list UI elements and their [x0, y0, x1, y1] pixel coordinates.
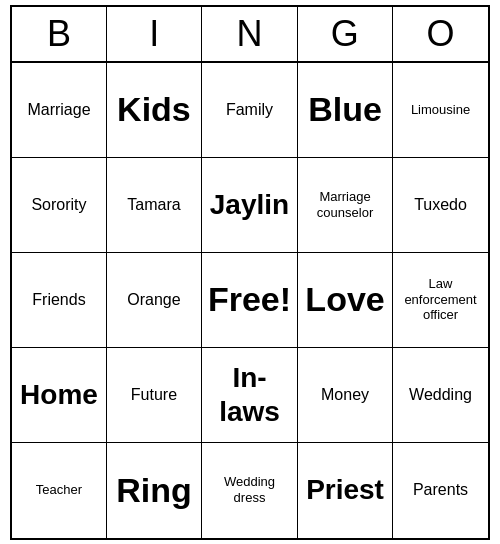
bingo-cell: Marriage counselor	[298, 158, 393, 253]
cell-text: Home	[20, 378, 98, 412]
header-letter: N	[202, 7, 297, 61]
header-letter: O	[393, 7, 488, 61]
cell-text: Marriage counselor	[304, 189, 386, 220]
bingo-cell: Money	[298, 348, 393, 443]
cell-text: Wedding dress	[208, 474, 291, 505]
cell-text: Money	[321, 385, 369, 404]
bingo-cell: Jaylin	[202, 158, 298, 253]
bingo-cell: Friends	[12, 253, 107, 348]
cell-text: Limousine	[411, 102, 470, 118]
cell-text: Marriage	[27, 100, 90, 119]
bingo-cell: Limousine	[393, 63, 488, 158]
cell-text: Priest	[306, 473, 384, 507]
bingo-cell: Blue	[298, 63, 393, 158]
bingo-cell: Law enforcement officer	[393, 253, 488, 348]
cell-text: Kids	[117, 89, 191, 130]
bingo-cell: Future	[107, 348, 202, 443]
cell-text: Future	[131, 385, 177, 404]
bingo-cell: Ring	[107, 443, 202, 538]
cell-text: Tamara	[127, 195, 180, 214]
header-letter: B	[12, 7, 107, 61]
header-letter: G	[298, 7, 393, 61]
cell-text: Wedding	[409, 385, 472, 404]
bingo-cell: Tamara	[107, 158, 202, 253]
bingo-cell: Parents	[393, 443, 488, 538]
bingo-cell: Free!	[202, 253, 298, 348]
cell-text: Family	[226, 100, 273, 119]
cell-text: Free!	[208, 279, 291, 320]
cell-text: Parents	[413, 480, 468, 499]
bingo-cell: Wedding dress	[202, 443, 298, 538]
cell-text: Love	[305, 279, 384, 320]
bingo-cell: Kids	[107, 63, 202, 158]
header-letter: I	[107, 7, 202, 61]
cell-text: Blue	[308, 89, 382, 130]
bingo-card: BINGO MarriageKidsFamilyBlueLimousineSor…	[10, 5, 490, 540]
cell-text: Teacher	[36, 482, 82, 498]
cell-text: In-laws	[208, 361, 291, 428]
bingo-cell: Tuxedo	[393, 158, 488, 253]
cell-text: Friends	[32, 290, 85, 309]
cell-text: Orange	[127, 290, 180, 309]
bingo-cell: In-laws	[202, 348, 298, 443]
bingo-cell: Sorority	[12, 158, 107, 253]
bingo-cell: Teacher	[12, 443, 107, 538]
bingo-cell: Family	[202, 63, 298, 158]
cell-text: Sorority	[31, 195, 86, 214]
cell-text: Tuxedo	[414, 195, 467, 214]
bingo-cell: Wedding	[393, 348, 488, 443]
bingo-cell: Home	[12, 348, 107, 443]
bingo-cell: Marriage	[12, 63, 107, 158]
cell-text: Ring	[116, 470, 192, 511]
cell-text: Law enforcement officer	[399, 276, 482, 323]
bingo-grid: MarriageKidsFamilyBlueLimousineSororityT…	[12, 63, 488, 538]
bingo-cell: Love	[298, 253, 393, 348]
bingo-cell: Priest	[298, 443, 393, 538]
bingo-cell: Orange	[107, 253, 202, 348]
cell-text: Jaylin	[210, 188, 289, 222]
bingo-header: BINGO	[12, 7, 488, 63]
